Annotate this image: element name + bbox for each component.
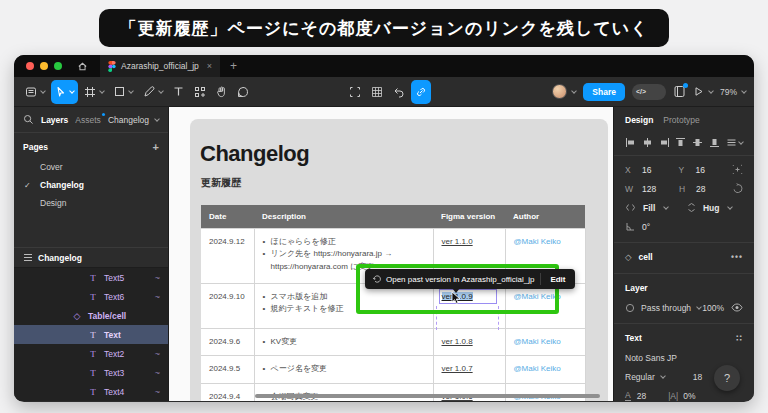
- col-header-description: Description: [254, 205, 433, 229]
- version-link[interactable]: ver 1.0.8: [442, 337, 473, 346]
- text-style-icon[interactable]: ∷: [736, 333, 743, 343]
- layer-row-text6[interactable]: T Text6~: [14, 287, 168, 306]
- layer-row-text-selected[interactable]: T Text: [14, 325, 168, 344]
- tab-assets[interactable]: Assets: [75, 115, 101, 125]
- assets-notification-dot: [102, 113, 105, 116]
- align-v-center-icon[interactable]: [692, 137, 703, 148]
- shape-tool-button[interactable]: [110, 80, 137, 104]
- new-tab-button[interactable]: +: [230, 59, 237, 73]
- layer-row-text4[interactable]: T Text4~: [14, 382, 168, 401]
- account-menu[interactable]: [552, 84, 576, 99]
- layer-section-changelog[interactable]: Changelog: [14, 248, 168, 268]
- rotation-field[interactable]: 0°: [625, 222, 683, 232]
- component-row[interactable]: ◇ cell •••: [614, 247, 754, 267]
- w-label: W: [625, 184, 635, 194]
- horizontal-sizing-dropdown[interactable]: Fill: [625, 203, 687, 213]
- reset-instance-button[interactable]: [389, 80, 409, 104]
- add-page-button[interactable]: +: [153, 141, 159, 153]
- edit-object-button[interactable]: [345, 80, 365, 104]
- changelog-frame[interactable]: Changelog 更新履歴 Date Description Figma ve…: [190, 119, 608, 401]
- actions-tool-button[interactable]: [190, 80, 210, 104]
- page-subtitle: 更新履歴: [201, 176, 241, 190]
- page-item-changelog[interactable]: ✓ Changelog: [14, 176, 168, 194]
- opacity-input[interactable]: 100%: [702, 303, 724, 313]
- hand-tool-button[interactable]: [212, 80, 231, 104]
- layer-row-table-cell[interactable]: ◇ Table/cell: [14, 306, 168, 325]
- align-top-icon[interactable]: [675, 137, 686, 148]
- canvas[interactable]: Changelog 更新履歴 Date Description Figma ve…: [169, 107, 613, 401]
- rotate-icon[interactable]: [733, 183, 743, 194]
- letter-spacing-input[interactable]: 0%: [683, 391, 695, 401]
- component-menu-icon[interactable]: •••: [731, 252, 743, 262]
- tab-prototype[interactable]: Prototype: [663, 115, 699, 125]
- comment-tool-button[interactable]: [233, 80, 253, 104]
- home-icon[interactable]: [72, 58, 92, 74]
- font-weight-dropdown[interactable]: Regular: [625, 372, 665, 382]
- layer-row-text2[interactable]: T Text2~: [14, 344, 168, 363]
- library-icon[interactable]: [673, 85, 686, 98]
- font-size-input[interactable]: 18: [693, 372, 702, 382]
- callout-banner-text: 「更新履歴」ページにその都度バージョンのリンクを残していく: [119, 17, 648, 40]
- align-h-center-icon[interactable]: [642, 137, 653, 148]
- file-tab[interactable]: Azaraship_official_jp ×: [100, 55, 220, 77]
- author-link[interactable]: @Maki Keiko: [514, 237, 561, 246]
- version-link[interactable]: ver 1.0.7: [442, 364, 473, 373]
- zoom-window-button[interactable]: [54, 62, 62, 70]
- link-tool-button[interactable]: [411, 80, 431, 104]
- version-link[interactable]: ver 1.1.0: [442, 237, 473, 246]
- y-input[interactable]: 16: [696, 165, 705, 175]
- distribute-menu-icon[interactable]: [726, 137, 743, 148]
- main-menu-button[interactable]: [21, 80, 49, 104]
- override-icon: ~: [155, 292, 160, 302]
- x-input[interactable]: 16: [642, 165, 651, 175]
- blend-mode-dropdown[interactable]: Pass through: [641, 303, 701, 313]
- share-button[interactable]: Share: [583, 83, 625, 101]
- author-link[interactable]: @Maki Keiko: [514, 364, 561, 373]
- x-label: X: [625, 165, 635, 175]
- h-input[interactable]: 28: [696, 184, 705, 194]
- align-left-icon[interactable]: [625, 137, 636, 148]
- layer-row-text5[interactable]: T Text5~: [14, 268, 168, 287]
- frame-tool-button[interactable]: [80, 80, 108, 104]
- pen-tool-button[interactable]: [139, 80, 167, 104]
- toolbar: Share </> 79%: [14, 77, 754, 107]
- col-header-date: Date: [201, 205, 254, 229]
- constraints-icon[interactable]: [732, 164, 743, 175]
- help-button[interactable]: ?: [714, 365, 740, 391]
- blend-mode-icon[interactable]: [625, 303, 635, 313]
- tab-layers[interactable]: Layers: [41, 115, 68, 125]
- line-height-input[interactable]: 28: [637, 391, 646, 401]
- layout-grid-button[interactable]: [367, 80, 387, 104]
- horizontal-scrollbar[interactable]: [255, 394, 600, 398]
- present-button[interactable]: [693, 86, 713, 97]
- text-section-header: Text: [625, 333, 642, 343]
- tab-design[interactable]: Design: [625, 115, 653, 125]
- user-avatar: [552, 84, 567, 99]
- font-family-dropdown[interactable]: Noto Sans JP: [614, 348, 754, 367]
- close-tab-icon[interactable]: ×: [207, 61, 212, 71]
- zoom-menu[interactable]: 79%: [720, 87, 746, 97]
- version-tooltip: Open past version in Azaraship_official_…: [365, 269, 575, 289]
- align-bottom-icon[interactable]: [709, 137, 720, 148]
- minimize-window-button[interactable]: [40, 62, 48, 70]
- move-tool-button[interactable]: [51, 80, 78, 104]
- author-link[interactable]: @Maki Keiko: [514, 337, 561, 346]
- align-right-icon[interactable]: [659, 137, 670, 148]
- text-tool-button[interactable]: [169, 80, 188, 104]
- tab-bar: Azaraship_official_jp × +: [14, 55, 754, 77]
- search-icon[interactable]: [23, 114, 34, 125]
- page-item-cover[interactable]: Cover: [14, 158, 168, 176]
- layer-row-text3[interactable]: T Text3~: [14, 363, 168, 382]
- close-window-button[interactable]: [26, 62, 34, 70]
- visibility-eye-icon[interactable]: [731, 303, 743, 312]
- y-label: Y: [679, 165, 689, 175]
- page-selector-dropdown[interactable]: Changelog: [108, 115, 159, 125]
- w-input[interactable]: 128: [642, 184, 656, 194]
- letter-spacing-icon: |A|: [668, 391, 678, 401]
- page-item-design[interactable]: Design: [14, 194, 168, 212]
- dev-mode-toggle[interactable]: </>: [632, 84, 666, 100]
- table-row: 2024.9.4 会場写真変更 ver 1.0.6 @Maki Keiko: [201, 383, 585, 401]
- vertical-sizing-dropdown[interactable]: Hug: [687, 202, 743, 213]
- tooltip-edit-button[interactable]: Edit: [543, 272, 572, 287]
- section-icon: [24, 254, 32, 261]
